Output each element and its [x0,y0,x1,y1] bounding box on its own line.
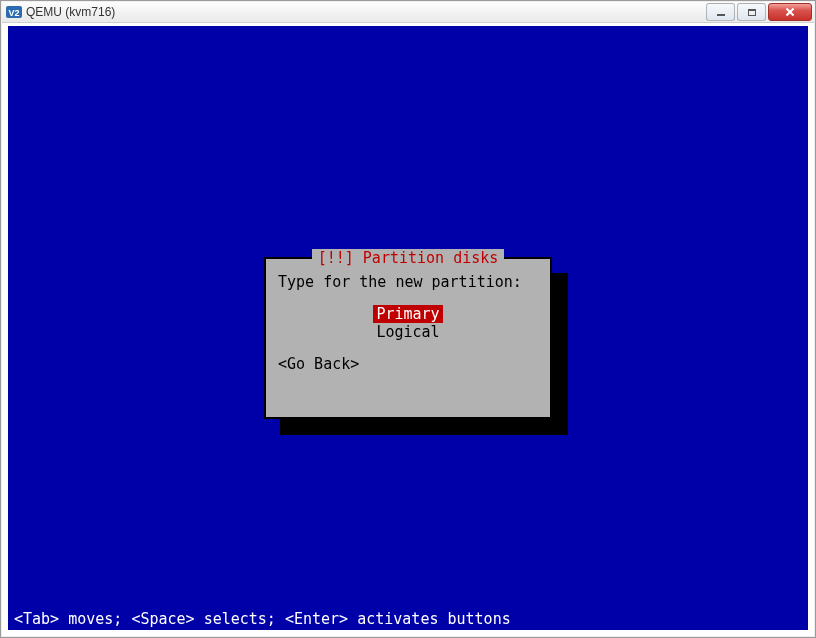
maximize-button[interactable] [737,3,766,21]
option-logical[interactable]: Logical [373,323,443,341]
vnc-icon: V2 [6,4,22,20]
go-back-button[interactable]: <Go Back> [278,355,538,373]
option-primary[interactable]: Primary [373,305,443,323]
dialog-prompt: Type for the new partition: [278,273,538,291]
window-frame: V2 QEMU (kvm716) [!!] Partition disks Ty… [0,0,816,638]
partition-type-dialog: [!!] Partition disks Type for the new pa… [264,257,552,419]
window-controls [704,3,812,21]
titlebar[interactable]: V2 QEMU (kvm716) [2,2,814,23]
dialog-title: [!!] Partition disks [266,249,550,267]
svg-text:V2: V2 [8,8,19,18]
help-bar: <Tab> moves; <Space> selects; <Enter> ac… [14,610,511,628]
window-title: QEMU (kvm716) [26,5,115,19]
minimize-button[interactable] [706,3,735,21]
remote-framebuffer[interactable]: [!!] Partition disks Type for the new pa… [8,26,808,630]
option-list: Primary Logical [278,305,538,341]
client-area: [!!] Partition disks Type for the new pa… [5,24,811,633]
close-button[interactable] [768,3,812,21]
